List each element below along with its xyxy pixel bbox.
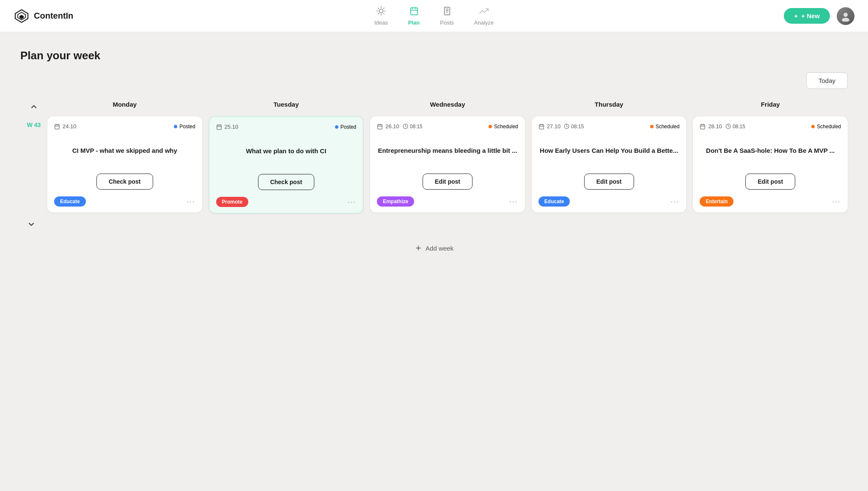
- card-footer: Educate ···: [538, 196, 680, 207]
- card-date: 25.10: [216, 124, 239, 130]
- chevron-up-button[interactable]: [26, 101, 41, 115]
- ideas-label: Ideas: [374, 19, 388, 26]
- card-date: 26.10: [377, 123, 399, 130]
- post-card: 27.10 08:15 Scheduled How Early Users Ca…: [532, 116, 687, 212]
- card-meta-left: 27.10 08:15: [538, 123, 584, 130]
- calendar-small-icon: [377, 124, 383, 130]
- calendar-small-icon: [538, 124, 544, 130]
- svg-line-11: [384, 8, 384, 8]
- svg-rect-40: [700, 124, 705, 129]
- card-meta: 28.10 08:15 Scheduled: [700, 123, 841, 130]
- date-value: 25.10: [225, 124, 239, 130]
- nav-analyze[interactable]: Analyze: [474, 6, 494, 26]
- svg-rect-22: [55, 124, 60, 129]
- time-value: 08:15: [571, 124, 584, 130]
- week-label: W 43: [27, 121, 41, 128]
- action-button[interactable]: Check post: [96, 174, 153, 190]
- status-dot: [811, 125, 815, 128]
- card-footer: Promote ···: [216, 197, 357, 207]
- logo-area[interactable]: ContentIn: [14, 8, 73, 24]
- card-meta: 27.10 08:15 Scheduled: [538, 123, 680, 130]
- card-action: Edit post: [538, 174, 680, 190]
- post-card: 25.10 Posted What we plan to do with CI …: [209, 116, 364, 213]
- card-action: Edit post: [700, 174, 841, 190]
- clock-icon: [725, 124, 731, 129]
- more-options-button[interactable]: ···: [832, 197, 841, 206]
- day-column-thursday: Thursday 27.10 08:15 Scheduled: [532, 97, 687, 213]
- card-footer: Educate ···: [54, 196, 195, 207]
- card-title: What we plan to do with CI: [216, 136, 357, 166]
- nav-plan[interactable]: Plan: [408, 6, 420, 26]
- nav-posts[interactable]: Posts: [440, 6, 454, 26]
- today-button[interactable]: Today: [806, 72, 848, 89]
- clock-icon: [564, 124, 569, 129]
- new-label: + New: [801, 12, 820, 19]
- card-title: Entrepreneurship means bleeding a little…: [377, 135, 518, 166]
- card-footer: Empathize ···: [377, 196, 518, 207]
- plan-label: Plan: [408, 19, 420, 26]
- tag: Entertain: [700, 196, 733, 207]
- card-footer: Entertain ···: [700, 196, 841, 207]
- status-dot: [174, 125, 177, 128]
- nav-ideas[interactable]: Ideas: [374, 6, 388, 26]
- status-dot: [489, 125, 492, 128]
- post-card: 24.10 Posted CI MVP - what we skipped an…: [47, 116, 202, 212]
- analyze-label: Analyze: [474, 19, 494, 26]
- status-label: Scheduled: [494, 124, 518, 130]
- action-button[interactable]: Edit post: [584, 174, 634, 190]
- app-name: ContentIn: [34, 11, 73, 21]
- new-button[interactable]: + + New: [784, 8, 830, 24]
- avatar[interactable]: [837, 7, 854, 25]
- day-header: Monday: [47, 97, 202, 113]
- ideas-icon: [376, 6, 386, 18]
- action-button[interactable]: Check post: [258, 174, 314, 190]
- post-card: 26.10 08:15 Scheduled Entrepreneurship m…: [370, 116, 525, 212]
- svg-line-7: [384, 13, 384, 14]
- status-dot: [335, 125, 338, 129]
- svg-rect-30: [378, 124, 382, 129]
- card-time: 08:15: [564, 124, 584, 130]
- today-row: Today: [20, 72, 848, 89]
- days-grid: Monday 24.10 Posted CI MVP - what we ski…: [47, 97, 848, 213]
- main-nav: Ideas Plan: [374, 6, 494, 26]
- card-status: Scheduled: [489, 124, 518, 130]
- svg-rect-35: [539, 124, 544, 129]
- calendar-small-icon: [54, 124, 60, 130]
- avatar-image: [837, 7, 854, 25]
- svg-rect-26: [217, 125, 221, 130]
- tag: Promote: [216, 197, 249, 207]
- more-options-button[interactable]: ···: [347, 198, 356, 207]
- posts-label: Posts: [440, 19, 454, 26]
- more-options-button[interactable]: ···: [670, 197, 679, 206]
- card-title: How Early Users Can Help You Build a Bet…: [538, 135, 680, 166]
- add-week-row: Add week: [20, 244, 848, 252]
- chevron-down-button[interactable]: [24, 218, 39, 232]
- card-date: 28.10: [700, 123, 722, 130]
- card-meta-left: 26.10 08:15: [377, 123, 423, 130]
- chevron-down-icon: [27, 220, 36, 229]
- calendar-small-icon: [700, 124, 706, 130]
- date-value: 24.10: [63, 123, 77, 130]
- day-header: Wednesday: [370, 97, 525, 113]
- calendar-small-icon: [216, 124, 222, 130]
- post-card: 28.10 08:15 Scheduled Don't Be A SaaS-ho…: [693, 116, 848, 212]
- action-button[interactable]: Edit post: [745, 174, 795, 190]
- card-status: Scheduled: [811, 124, 841, 130]
- header-right: + + New: [784, 7, 854, 25]
- card-time: 08:15: [725, 124, 745, 130]
- card-date: 27.10: [538, 123, 561, 130]
- add-week-icon: [415, 244, 422, 252]
- add-week-button[interactable]: Add week: [415, 244, 453, 252]
- day-column-wednesday: Wednesday 26.10 08:15 Scheduled: [370, 97, 525, 213]
- more-options-button[interactable]: ···: [509, 197, 518, 206]
- action-button[interactable]: Edit post: [423, 174, 472, 190]
- card-action: Edit post: [377, 174, 518, 190]
- svg-point-3: [379, 9, 383, 13]
- svg-point-20: [843, 13, 848, 17]
- day-header: Thursday: [532, 97, 687, 113]
- more-options-button[interactable]: ···: [187, 197, 195, 206]
- tag: Educate: [538, 196, 570, 207]
- day-header: Tuesday: [209, 97, 364, 113]
- day-column-monday: Monday 24.10 Posted CI MVP - what we ski…: [47, 97, 202, 213]
- day-column-tuesday: Tuesday 25.10 Posted What we plan to do …: [209, 97, 364, 213]
